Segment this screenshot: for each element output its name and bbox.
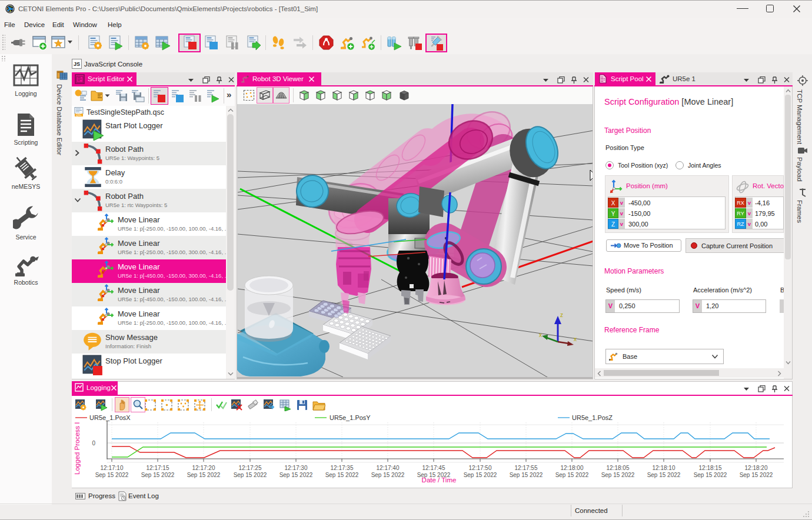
svg-text:Sep 15 2022: Sep 15 2022 <box>141 472 175 478</box>
svg-text:12:18:15: 12:18:15 <box>699 465 722 471</box>
svg-text:Sep 15 2022: Sep 15 2022 <box>234 472 267 478</box>
svg-text:UR5e_1.PosX: UR5e_1.PosX <box>89 414 131 421</box>
svg-text:x: x <box>574 336 577 342</box>
svg-text:12:17:40: 12:17:40 <box>377 465 400 471</box>
svg-text:12:18:00: 12:18:00 <box>561 465 584 471</box>
svg-text:12:18:05: 12:18:05 <box>607 465 630 471</box>
svg-text:x: x <box>539 332 542 338</box>
svg-text:Sep 15 2022: Sep 15 2022 <box>279 472 313 478</box>
svg-text:Sep 15 2022: Sep 15 2022 <box>601 472 635 478</box>
svg-text:12:18:10: 12:18:10 <box>653 465 675 471</box>
svg-text:Sep 15 2022: Sep 15 2022 <box>371 472 405 478</box>
svg-text:12:17:30: 12:17:30 <box>285 465 308 471</box>
svg-text:0: 0 <box>92 440 95 446</box>
svg-text:Sep 15 2022: Sep 15 2022 <box>325 472 359 478</box>
svg-text:UR5e_1.PosZ: UR5e_1.PosZ <box>572 414 613 421</box>
svg-text:Sep 15 2022: Sep 15 2022 <box>510 472 543 478</box>
svg-text:Sep 15 2022: Sep 15 2022 <box>464 472 497 478</box>
svg-text:12:17:50: 12:17:50 <box>469 465 492 471</box>
svg-text:12:17:55: 12:17:55 <box>515 465 538 471</box>
svg-text:Sep 15 2022: Sep 15 2022 <box>95 472 129 478</box>
svg-text:UR5e_1.PosY: UR5e_1.PosY <box>330 414 371 421</box>
svg-text:12:17:25: 12:17:25 <box>239 465 262 471</box>
svg-text:12:17:45: 12:17:45 <box>422 465 445 471</box>
svg-text:Logged Process I: Logged Process I <box>74 422 81 475</box>
svg-text:Sep 15 2022: Sep 15 2022 <box>555 472 589 478</box>
svg-text:Sep 15 2022: Sep 15 2022 <box>740 472 773 478</box>
svg-text:z: z <box>560 312 563 318</box>
svg-text:Sep 15 2022: Sep 15 2022 <box>187 472 221 478</box>
svg-text:Sep 15 2022: Sep 15 2022 <box>647 472 681 478</box>
svg-text:Date / Time: Date / Time <box>422 476 457 484</box>
svg-text:Sep 15 2022: Sep 15 2022 <box>694 472 727 478</box>
svg-text:12:18:20: 12:18:20 <box>745 465 768 471</box>
svg-text:12:17:35: 12:17:35 <box>331 465 354 471</box>
svg-text:12:17:15: 12:17:15 <box>147 465 169 471</box>
svg-text:12:17:10: 12:17:10 <box>101 465 124 471</box>
svg-text:12:17:20: 12:17:20 <box>192 465 215 471</box>
svg-text:JS: JS <box>74 61 80 67</box>
svg-text:QSC: QSC <box>76 114 82 116</box>
